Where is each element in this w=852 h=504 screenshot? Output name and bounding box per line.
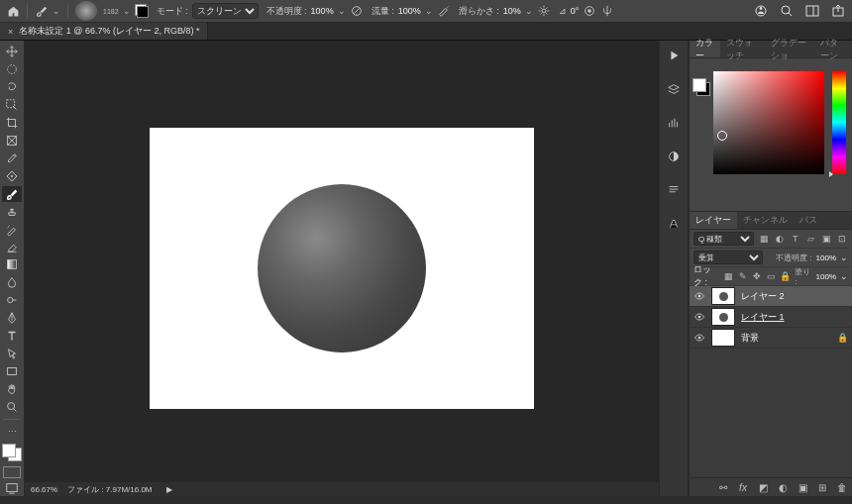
paragraph-icon[interactable] — [665, 181, 683, 199]
canvas-area[interactable]: 66.67% ファイル : 7.97M/16.0M ▶ — [25, 41, 659, 496]
visibility-eye-icon[interactable] — [693, 311, 705, 323]
chevron-down-icon[interactable]: ⌄ — [840, 271, 848, 281]
tab-swatches[interactable]: スウォッチ — [720, 41, 764, 57]
zoom-tool[interactable] — [2, 399, 22, 415]
lock-paint-icon[interactable]: ✎ — [738, 270, 748, 282]
eyedropper-tool[interactable] — [2, 151, 22, 166]
layer-opacity-value[interactable]: 100% — [816, 253, 836, 262]
layer-row[interactable]: レイヤー 2 — [690, 286, 852, 307]
flow-value[interactable]: 100% — [398, 6, 421, 16]
new-layer-icon[interactable]: ⊞ — [816, 481, 828, 493]
visibility-eye-icon[interactable] — [693, 290, 705, 302]
gradient-tool[interactable] — [2, 256, 22, 272]
crop-tool[interactable] — [2, 115, 22, 131]
tab-layers[interactable]: レイヤー — [690, 212, 737, 229]
type-tool[interactable] — [2, 328, 22, 344]
blend-mode-select[interactable]: スクリーン — [192, 3, 259, 19]
layer-row[interactable]: レイヤー 1 — [690, 307, 852, 328]
cloud-docs-icon[interactable] — [753, 3, 769, 19]
quickmask-toggle[interactable] — [3, 466, 21, 479]
blur-tool[interactable] — [2, 274, 22, 290]
opacity-value[interactable]: 100% — [311, 6, 334, 16]
filter-smart-icon[interactable]: ▣ — [820, 233, 832, 245]
edit-toolbar-icon[interactable]: ⋯ — [2, 424, 22, 440]
pressure-size-icon[interactable] — [583, 4, 596, 18]
lock-transparent-icon[interactable]: ▦ — [724, 270, 734, 282]
mask-icon[interactable]: ◩ — [757, 481, 769, 493]
close-tab-icon[interactable]: × — [8, 27, 13, 37]
tab-gradients[interactable]: グラデーショ — [765, 41, 815, 57]
filter-pixel-icon[interactable]: ▦ — [758, 233, 770, 245]
tab-channels[interactable]: チャンネル — [737, 212, 794, 229]
filter-toggle-icon[interactable]: ⊡ — [836, 233, 848, 245]
tab-paths[interactable]: パス — [794, 212, 823, 229]
chevron-down-icon[interactable]: ⌄ — [123, 6, 131, 16]
angle-value[interactable]: 0° — [571, 6, 580, 16]
frame-tool[interactable] — [2, 133, 22, 149]
move-tool[interactable] — [2, 44, 22, 59]
chevron-down-icon[interactable]: ⌄ — [425, 6, 433, 16]
filter-type-icon[interactable]: T — [790, 233, 801, 245]
tab-color[interactable]: カラー — [690, 41, 720, 57]
chevron-down-icon[interactable]: ⌄ — [525, 6, 533, 16]
marquee-tool[interactable] — [2, 61, 22, 77]
adjustments-icon[interactable] — [665, 148, 683, 165]
spot-heal-tool[interactable] — [2, 168, 22, 184]
document-tab[interactable]: × 名称未設定 1 @ 66.7% (レイヤー 2, RGB/8) * — [0, 23, 208, 40]
layers-stack-icon[interactable] — [665, 80, 683, 98]
fill-value[interactable]: 100% — [816, 272, 836, 281]
clone-stamp-tool[interactable] — [2, 204, 22, 220]
path-select-tool[interactable] — [2, 346, 22, 361]
group-icon[interactable]: ▣ — [797, 481, 808, 493]
quick-select-tool[interactable] — [2, 97, 22, 113]
character-icon[interactable] — [665, 215, 683, 233]
chevron-down-icon[interactable]: ⌄ — [53, 6, 60, 16]
lasso-tool[interactable] — [2, 79, 22, 95]
smoothing-value[interactable]: 10% — [503, 6, 521, 16]
layer-row[interactable]: 背景🔒 — [690, 328, 852, 349]
brush-tool[interactable] — [2, 186, 22, 202]
color-field[interactable] — [713, 71, 824, 174]
chevron-down-icon[interactable]: ⌄ — [840, 252, 848, 262]
foreground-background-swatch[interactable] — [2, 444, 22, 461]
history-brush-tool[interactable] — [2, 222, 22, 238]
play-icon[interactable] — [665, 47, 683, 64]
workspace-icon[interactable] — [804, 3, 820, 19]
zoom-value[interactable]: 66.67% — [31, 485, 57, 494]
brush-tool-icon[interactable] — [35, 4, 49, 18]
search-icon[interactable] — [779, 3, 795, 19]
lock-artboard-icon[interactable]: ▭ — [766, 270, 776, 282]
fx-icon[interactable]: fx — [737, 481, 749, 493]
share-icon[interactable] — [830, 3, 846, 19]
trash-icon[interactable]: 🗑 — [836, 481, 848, 493]
airbrush-icon[interactable] — [437, 4, 451, 18]
filter-shape-icon[interactable]: ▱ — [805, 233, 817, 245]
lock-all-icon[interactable]: 🔒 — [780, 270, 791, 282]
hue-slider[interactable] — [832, 71, 846, 174]
lock-icon[interactable]: 🔒 — [837, 333, 848, 343]
link-layers-icon[interactable]: ⚯ — [717, 481, 729, 493]
pressure-opacity-icon[interactable] — [350, 4, 364, 18]
layer-filter-select[interactable]: Q 種類 — [693, 232, 754, 246]
tab-patterns[interactable]: パターン — [814, 41, 852, 57]
color-panel-fgbg[interactable] — [692, 78, 710, 96]
visibility-eye-icon[interactable] — [693, 332, 705, 344]
home-icon[interactable] — [6, 4, 20, 18]
filter-adjust-icon[interactable]: ◐ — [774, 233, 786, 245]
dodge-tool[interactable] — [2, 292, 22, 308]
status-menu-icon[interactable]: ▶ — [166, 485, 172, 494]
eraser-tool[interactable] — [2, 239, 22, 254]
lock-position-icon[interactable]: ✥ — [752, 270, 762, 282]
symmetry-icon[interactable] — [600, 4, 614, 18]
brush-panel-icon[interactable] — [135, 4, 149, 18]
screen-mode-icon[interactable] — [2, 480, 22, 496]
adjustment-layer-icon[interactable]: ◐ — [777, 481, 789, 493]
gear-icon[interactable] — [537, 4, 551, 18]
shape-tool[interactable] — [2, 363, 22, 379]
hand-tool[interactable] — [2, 381, 22, 397]
histogram-icon[interactable] — [665, 114, 683, 132]
pen-tool[interactable] — [2, 310, 22, 326]
blend-mode-layer-select[interactable]: 乗算 — [693, 251, 763, 264]
chevron-down-icon[interactable]: ⌄ — [338, 6, 346, 16]
brush-preset-swatch[interactable] — [75, 1, 97, 21]
